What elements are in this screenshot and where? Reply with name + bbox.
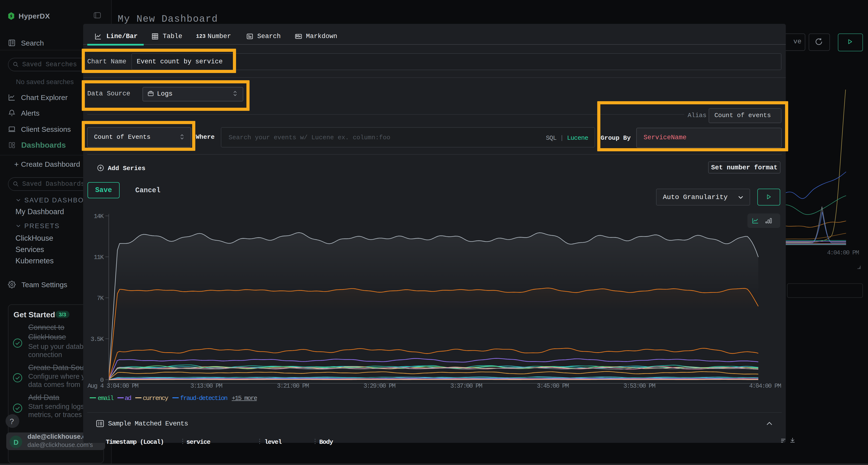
svg-text:Aug 4 3:04:00 PM: Aug 4 3:04:00 PM	[88, 383, 138, 390]
svg-text:3:13:00 PM: 3:13:00 PM	[190, 383, 222, 390]
svg-text:3:29:00 PM: 3:29:00 PM	[363, 383, 395, 390]
svg-text:11K: 11K	[94, 254, 104, 261]
svg-text:7K: 7K	[97, 295, 104, 302]
svg-text:3:53:00 PM: 3:53:00 PM	[623, 383, 655, 390]
svg-text:14K: 14K	[94, 213, 104, 220]
svg-text:3:21:00 PM: 3:21:00 PM	[277, 383, 309, 390]
svg-text:3.5K: 3.5K	[91, 336, 104, 343]
svg-text:3:45:00 PM: 3:45:00 PM	[537, 383, 568, 390]
svg-text:4:04:00 PM: 4:04:00 PM	[749, 383, 781, 390]
svg-text:3:37:00 PM: 3:37:00 PM	[450, 383, 482, 390]
